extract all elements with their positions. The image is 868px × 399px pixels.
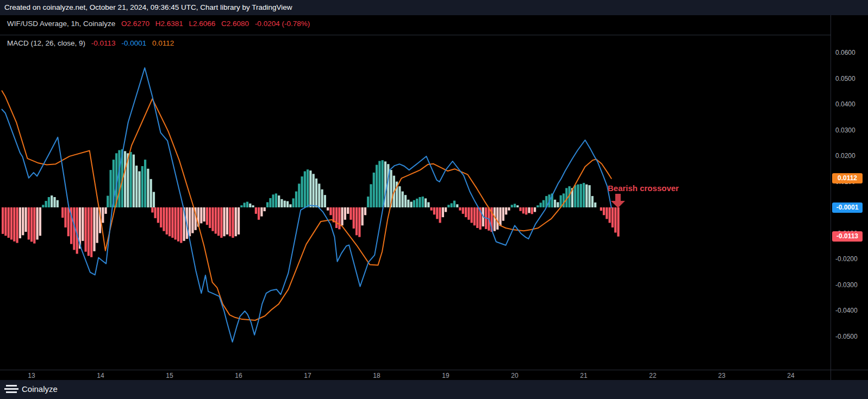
macd-histogram-bar bbox=[215, 207, 217, 234]
export-info-bar: Created on coinalyze.net, October 21, 20… bbox=[0, 0, 868, 15]
macd-histogram-bar bbox=[266, 202, 268, 208]
macd-histogram-bar bbox=[315, 179, 317, 207]
macd-histogram-bar bbox=[90, 207, 92, 257]
x-axis-tick: 16 bbox=[235, 372, 242, 379]
macd-histogram-bar bbox=[289, 204, 291, 207]
y-axis-tick: 0.0500 bbox=[835, 75, 855, 83]
macd-histogram-bar bbox=[258, 207, 260, 220]
x-axis-tick: 14 bbox=[97, 372, 104, 379]
pane-divider[interactable] bbox=[0, 35, 868, 35]
macd-histogram-bar bbox=[511, 205, 513, 207]
macd-line-value: -0.0001 bbox=[121, 39, 146, 47]
macd-histogram-bar bbox=[318, 183, 320, 207]
macd-histogram-bar bbox=[168, 207, 171, 236]
macd-histogram-bar bbox=[64, 207, 66, 227]
macd-histogram-bar bbox=[36, 207, 39, 239]
macd-histogram-bar bbox=[499, 207, 502, 226]
macd-histogram-bar bbox=[278, 195, 280, 207]
macd-histogram-bar bbox=[135, 166, 138, 207]
macd-histogram-bar bbox=[48, 197, 50, 207]
macd-histogram-bar bbox=[96, 207, 98, 243]
macd-histogram-bar bbox=[557, 202, 559, 208]
macd-histogram-bar bbox=[516, 205, 519, 207]
macd-histogram-bar bbox=[177, 207, 179, 242]
macd-histogram-bar bbox=[439, 207, 441, 223]
macd-histogram-bar bbox=[433, 207, 435, 214]
y-axis-tick: 0.0200 bbox=[835, 152, 855, 160]
footer-bar: Coinalyze bbox=[0, 380, 868, 399]
macd-histogram-bar bbox=[430, 207, 433, 211]
chart-area[interactable]: WIF/USD Average, 1h, Coinalyze O2.6270 H… bbox=[0, 15, 868, 380]
ohlc-low: L2.6066 bbox=[189, 20, 215, 28]
macd-histogram-bar bbox=[585, 185, 588, 207]
macd-histogram-bar bbox=[338, 207, 340, 229]
macd-histogram-bar bbox=[171, 207, 173, 238]
coinalyze-logo-icon[interactable] bbox=[4, 385, 18, 394]
macd-histogram-bar bbox=[163, 207, 165, 231]
export-info-text: Created on coinalyze.net, October 21, 20… bbox=[4, 3, 292, 11]
macd-histogram-bar bbox=[166, 207, 168, 235]
macd-histogram-bar bbox=[160, 207, 162, 227]
macd-histogram-bar bbox=[147, 169, 149, 207]
macd-histogram-bar bbox=[298, 183, 300, 207]
macd-histogram-bar bbox=[427, 202, 429, 208]
macd-histogram-bar bbox=[528, 207, 530, 213]
ohlc-high: H2.6381 bbox=[155, 20, 183, 28]
macd-histogram-bar bbox=[232, 207, 234, 238]
macd-histogram-bar bbox=[130, 152, 132, 207]
macd-histogram-bar bbox=[563, 193, 565, 207]
macd-histogram-bar bbox=[442, 207, 444, 217]
macd-histogram-bar bbox=[445, 207, 447, 212]
macd-histogram-bar bbox=[33, 207, 35, 244]
ohlc-close: C2.6080 bbox=[221, 20, 249, 28]
macd-histogram-bar bbox=[269, 198, 271, 207]
macd-histogram-bar bbox=[522, 207, 524, 213]
y-axis-tick: -0.0400 bbox=[835, 307, 858, 314]
macd-histogram-bar bbox=[609, 207, 611, 223]
macd-histogram-bar bbox=[203, 207, 205, 221]
coinalyze-brand-label[interactable]: Coinalyze bbox=[22, 384, 58, 394]
macd-histogram-bar bbox=[367, 197, 369, 207]
macd-histogram-bar bbox=[341, 207, 344, 225]
macd-histogram-bar bbox=[589, 185, 591, 207]
macd-histogram-bar bbox=[378, 161, 380, 208]
macd-plot[interactable] bbox=[0, 15, 830, 380]
macd-histogram-bar bbox=[324, 195, 326, 207]
macd-histogram-bar bbox=[321, 189, 323, 207]
macd-histogram-bar bbox=[180, 207, 182, 243]
macd-histogram-bar bbox=[19, 207, 21, 238]
macd-histogram-bar bbox=[447, 205, 449, 207]
macd-histogram-bar bbox=[398, 186, 401, 207]
macd-histogram-bar bbox=[514, 204, 516, 207]
macd-histogram-bar bbox=[577, 185, 579, 207]
macd-histogram-bar bbox=[603, 207, 605, 215]
macd-histogram-bar bbox=[93, 207, 95, 251]
macd-histogram-bar bbox=[467, 207, 470, 220]
macd-histogram-bar bbox=[583, 183, 585, 207]
macd-histogram-bar bbox=[280, 199, 283, 207]
price-axis[interactable]: 0.06000.05000.04000.03000.02000.01000.00… bbox=[830, 15, 868, 380]
macd-histogram-bar bbox=[580, 184, 582, 207]
macd-histogram-bar bbox=[28, 207, 30, 239]
symbol-title: WIF/USD Average, 1h, Coinalyze bbox=[7, 20, 115, 28]
macd-histogram-bar bbox=[39, 207, 41, 236]
macd-hist-value: -0.0113 bbox=[91, 39, 116, 47]
x-axis-tick: 17 bbox=[304, 372, 311, 379]
macd-histogram-bar bbox=[141, 166, 143, 207]
macd-histogram-bar bbox=[8, 207, 10, 238]
macd-histogram-bar bbox=[473, 207, 476, 225]
macd-histogram-bar bbox=[191, 207, 193, 233]
macd-histogram-bar bbox=[238, 207, 240, 235]
macd-histogram-bar bbox=[61, 207, 64, 218]
macd-histogram-bar bbox=[605, 207, 608, 219]
macd-histogram-bar bbox=[144, 160, 146, 207]
macd-histogram-bar bbox=[138, 172, 140, 208]
coinalyze-chart-screen: Created on coinalyze.net, October 21, 20… bbox=[0, 0, 868, 399]
macd-histogram-bar bbox=[57, 200, 59, 207]
macd-histogram-bar bbox=[51, 195, 53, 207]
time-axis[interactable]: 131415161718192021222324 bbox=[0, 370, 868, 381]
macd-title: MACD (12, 26, close, 9) bbox=[7, 39, 85, 47]
macd-histogram-bar bbox=[459, 207, 461, 211]
ohlc-change: -0.0204 (-0.78%) bbox=[255, 20, 310, 28]
macd-histogram-bar bbox=[82, 207, 84, 241]
